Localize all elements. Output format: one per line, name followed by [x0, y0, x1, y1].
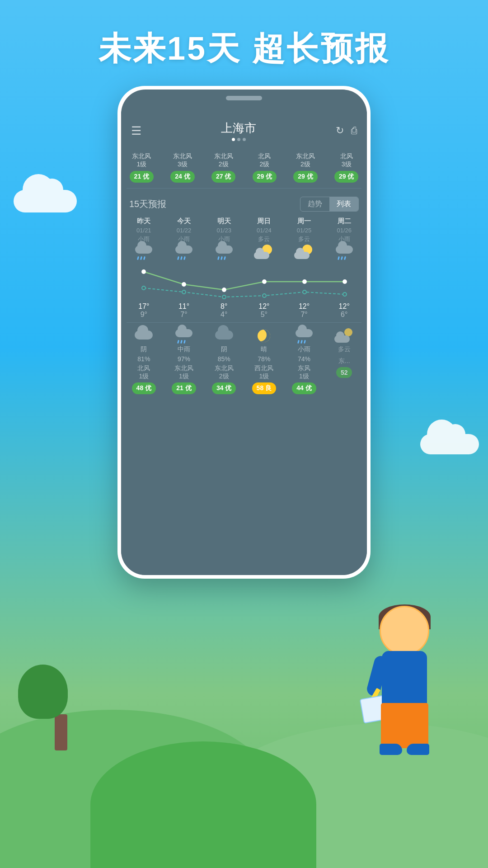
- phone-speaker: [226, 96, 262, 100]
- low-1: 7°: [164, 311, 204, 319]
- divider-1: [127, 188, 361, 189]
- date-5: 01/26: [337, 227, 352, 234]
- weather-icon-1: [174, 245, 194, 260]
- weather-icon-5: [334, 245, 354, 260]
- bcol-0: 阴 81% 北风1级 48 优: [124, 326, 164, 397]
- bottom-wind-3: 西北风1级: [254, 364, 273, 381]
- low-2: 4°: [204, 311, 244, 319]
- svg-point-8: [222, 295, 226, 299]
- day-5: 周二: [338, 217, 351, 226]
- wind-col-1: 东北风3级 24 优: [162, 149, 203, 185]
- wind-col-5: 北风3级 29 优: [326, 149, 367, 185]
- wind-4: 东北风2级: [296, 152, 315, 168]
- day-3: 周日: [257, 217, 271, 226]
- aqi-5: 29 优: [334, 171, 358, 183]
- app-content: ☰ 上海市 ↻ ⎙ 东北风1级 21 优: [121, 112, 367, 575]
- svg-point-1: [182, 282, 186, 287]
- city-name[interactable]: 上海市: [221, 120, 256, 136]
- tree-decoration: [36, 665, 86, 750]
- temp-high-row: 17° 11° 8° 12° 12° 12°: [121, 302, 367, 311]
- bottom-cond-3: 晴: [261, 345, 267, 354]
- fcol-0: 昨天 01/21 小雨: [124, 215, 164, 262]
- tab-trend[interactable]: 趋势: [300, 197, 329, 211]
- fcol-4: 周一 01/25 多云: [284, 215, 324, 262]
- aqi-0: 21 优: [130, 171, 154, 183]
- tab-list[interactable]: 列表: [329, 197, 358, 211]
- fcol-3: 周日 01/24 多云: [244, 215, 284, 262]
- fcol-1: 今天 01/22 小雨: [164, 215, 204, 262]
- menu-icon[interactable]: ☰: [131, 124, 141, 138]
- weather-icon-3: [254, 245, 274, 260]
- bottom-wind-0: 北风1级: [137, 364, 150, 381]
- share-icon[interactable]: ⎙: [351, 125, 357, 137]
- wind-0: 东北风1级: [132, 152, 151, 168]
- app-header: ☰ 上海市 ↻ ⎙: [121, 112, 367, 146]
- bottom-aqi-3: 58 良: [252, 382, 276, 394]
- wind-3: 北风2级: [258, 152, 271, 168]
- bottom-wind-4: 东风1级: [298, 364, 310, 381]
- aqi-1: 24 优: [170, 171, 194, 183]
- wind-2: 东北风2级: [214, 152, 233, 168]
- bottom-day-cols: 阴 81% 北风1级 48 优 中雨 97% 东北风1级 21 优: [121, 326, 367, 397]
- dot-1: [232, 138, 235, 141]
- character-decoration: [348, 606, 461, 778]
- bcol-4: 小雨 74% 东风1级 44 优: [284, 326, 324, 397]
- dot-2: [237, 138, 240, 141]
- wind-1: 东北风3级: [173, 152, 192, 168]
- bottom-icon-3: [254, 328, 274, 344]
- bottom-icon-1: [174, 328, 194, 344]
- date-3: 01/24: [257, 227, 272, 234]
- low-4: 7°: [284, 311, 324, 319]
- forecast-days-top: 昨天 01/21 小雨 今天 01/22 小雨: [121, 215, 367, 262]
- bottom-hum-4: 74%: [298, 355, 310, 363]
- day-2: 明天: [217, 217, 231, 226]
- date-4: 01/25: [297, 227, 312, 234]
- phone-screen: ☰ 上海市 ↻ ⎙ 东北风1级 21 优: [121, 90, 367, 575]
- bottom-cond-1: 中雨: [178, 345, 190, 354]
- bottom-icon-4: [294, 328, 314, 344]
- bottom-cond-4: 小雨: [298, 345, 310, 354]
- bottom-hum-0: 81%: [137, 355, 150, 363]
- bottom-cond-0: 阴: [141, 345, 147, 354]
- phone-frame: ☰ 上海市 ↻ ⎙ 东北风1级 21 优: [117, 86, 371, 579]
- weather-icon-2: [214, 245, 234, 260]
- svg-point-0: [141, 269, 146, 274]
- forecast-title: 15天预报: [129, 198, 166, 210]
- weather-icon-0: [134, 245, 154, 260]
- svg-point-3: [262, 279, 267, 284]
- aqi-2: 27 优: [211, 171, 235, 183]
- bottom-cond-5: 多云: [338, 345, 351, 354]
- cond-4: 多云: [298, 235, 310, 243]
- wind-col-2: 东北风2级 27 优: [203, 149, 244, 185]
- high-2: 8°: [204, 302, 244, 311]
- day-1: 今天: [177, 217, 191, 226]
- low-0: 9°: [124, 311, 164, 319]
- bottom-aqi-1: 21 优: [172, 382, 196, 394]
- bottom-hum-1: 97%: [178, 355, 190, 363]
- forecast-tabs[interactable]: 趋势 列表: [300, 197, 359, 212]
- day-4: 周一: [297, 217, 311, 226]
- refresh-icon[interactable]: ↻: [336, 125, 344, 137]
- cloud-left: [14, 190, 77, 212]
- bottom-aqi-2: 34 优: [212, 382, 236, 394]
- wind-col-4: 东北风2级 29 优: [285, 149, 326, 185]
- bottom-cond-2: 阴: [221, 345, 227, 354]
- temp-svg: [124, 262, 364, 302]
- temp-graph: [124, 262, 364, 302]
- aqi-3: 29 优: [253, 171, 277, 183]
- svg-point-4: [302, 279, 307, 284]
- svg-point-7: [182, 290, 186, 294]
- fcol-5: 周二 01/26 小雨: [324, 215, 364, 262]
- bcol-5: 多云 东... 52: [324, 326, 364, 397]
- svg-point-2: [222, 288, 226, 292]
- bcol-1: 中雨 97% 东北风1级 21 优: [164, 326, 204, 397]
- date-0: 01/21: [136, 227, 151, 234]
- high-1: 11°: [164, 302, 204, 311]
- bcol-2: 阴 85% 东北风2级 34 优: [204, 326, 244, 397]
- svg-point-6: [142, 286, 145, 290]
- bottom-icon-2: [214, 328, 234, 344]
- temp-low-row: 9° 7° 4° 5° 7° 6°: [121, 311, 367, 319]
- high-5: 12°: [324, 302, 364, 311]
- svg-point-10: [303, 290, 306, 294]
- wind-col-0: 东北风1级 21 优: [121, 149, 162, 185]
